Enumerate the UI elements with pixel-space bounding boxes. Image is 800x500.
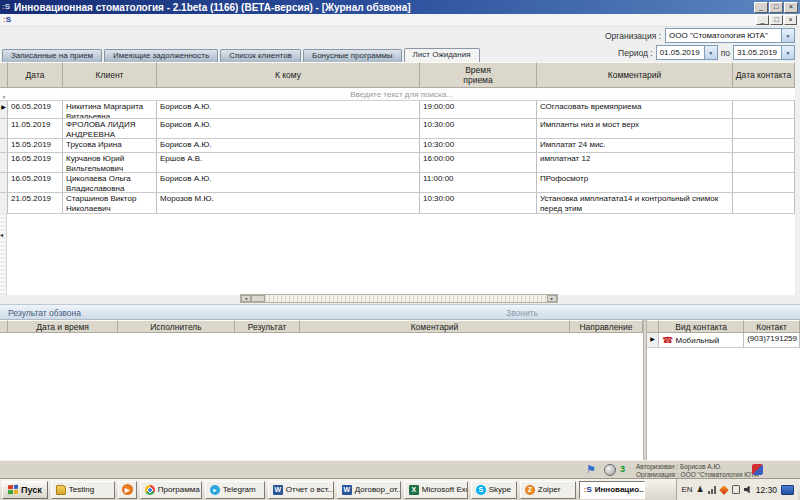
folder-icon [56,485,66,495]
mdi-restore-button[interactable]: □ [770,15,783,25]
grid-header-row: Дата Клиент К кому Время приема Коммента… [0,62,795,88]
cell-client: Трусова Ирина Николаевна [63,139,157,152]
restore-button[interactable]: □ [769,2,783,13]
chevron-down-icon[interactable]: ▼ [704,46,717,59]
period-from-input[interactable]: 01.05.2019 ▼ [656,45,718,60]
scrollbar-track[interactable] [265,295,547,302]
organization-select[interactable]: ООО "Стоматология ЮТА" ▼ [665,28,795,43]
network-tray-icon[interactable] [781,485,794,495]
grid-search-row[interactable]: ▼ Введите текст для поиска... [0,88,795,101]
table-row[interactable]: ▶ ☎Мобильный (903)7191259 [647,333,800,348]
tab-debtors[interactable]: Имеющие задолженность [104,49,218,62]
cell-contact-type: ☎Мобильный [659,333,744,347]
taskbar-item-telegram[interactable]: ▸ Telegram [205,481,265,499]
column-header-to-whom[interactable]: К кому [157,62,420,88]
table-row[interactable]: 16.05.2019 Циколаева Ольга Владиславовна… [0,173,795,193]
table-row[interactable]: 15.05.2019 Трусова Ирина Николаевна Бори… [0,139,795,153]
column-header-comment[interactable]: Комментарий [537,62,733,88]
column-header-contact-date[interactable]: Дата контакта [733,62,795,88]
table-row[interactable]: ▶ 06.05.2019 Никитина Маргарита Витальев… [0,101,795,119]
chevron-down-icon[interactable]: ▼ [781,46,794,59]
taskbar-item-word-report[interactable]: W Отчет о вст... [268,481,334,499]
call-result-grid: Дата и время Исполнитель Результат Комен… [0,320,643,460]
organization-text: Организация : ООО "Стоматология ЮТА" [636,471,761,478]
period-row: Период : 01.05.2019 ▼ по 31.05.2019 ▼ [618,45,795,60]
minimize-button[interactable]: _ [754,2,768,13]
cell-comment: Импланты низ и мост верх [537,119,733,138]
cell-client: Циколаева Ольга Владиславовна [63,173,157,192]
column-header-direction[interactable]: Направление [570,320,643,333]
column-header-executor[interactable]: Исполнитель [118,320,235,333]
close-button[interactable]: × [784,2,798,13]
volume-icon[interactable] [744,486,752,494]
row-indicator-icon: ▶ [647,333,659,347]
cell-time: 10:30:00 [420,119,537,138]
column-header-date[interactable]: Дата [8,62,63,88]
quick-launch-button[interactable]: ▶ [118,481,137,499]
taskbar-item-zoiper[interactable]: Z Zoiper [520,481,576,499]
tab-clients[interactable]: Список клиентов [220,49,301,62]
column-header-result[interactable]: Результат [235,320,300,333]
app-icon: :S [584,486,592,494]
taskbar-item-testing[interactable]: Testing [51,481,115,499]
row-indicator-icon: ▶ [0,101,8,118]
column-header-contact-type[interactable]: Вид контакта [659,320,744,333]
start-button[interactable]: Пуск [2,481,48,499]
panel-splitter[interactable]: ◂ [0,213,7,295]
cell-comment: Установка имплнатата14 и контрольный сни… [537,193,733,213]
bottom-panels: Дата и время Исполнитель Результат Комен… [0,320,800,460]
call-button[interactable]: Звонить [506,308,538,318]
chevron-down-icon[interactable]: ▼ [781,29,794,42]
column-header-contact[interactable]: Контакт [744,320,800,333]
flag-icon[interactable]: ⚑ [586,463,596,476]
taskbar-item-skype[interactable]: S Skype [471,481,517,499]
status-texts: Авторизован : Борисов А.Ю. Организация :… [636,463,761,478]
table-row[interactable]: 11.05.2019 ФРОЛОВА ЛИДИЯ АНДРЕЕВНА Борис… [0,119,795,139]
tab-appointments[interactable]: Записанные на прием [2,49,102,62]
table-row[interactable]: 21.05.2019 Старшинов Виктор Николаевич М… [0,193,795,214]
app-icon: :S [2,3,10,11]
period-to-input[interactable]: 31.05.2019 ▼ [733,45,795,60]
search-input[interactable]: Введите текст для поиска... [8,90,795,99]
scrollbar-thumb[interactable] [251,295,265,302]
call-result-title: Результат обзвона [8,308,81,318]
column-header-datetime[interactable]: Дата и время [8,320,118,333]
tab-bonus-programs[interactable]: Бонусные программы [303,49,402,62]
phone-icon: ☎ [662,334,673,347]
taskbar-item-excel[interactable]: X Microsoft Exc... [404,481,468,499]
status-badge: 3 [620,464,625,474]
mdi-close-button[interactable]: × [784,15,797,25]
taskbar-item-app-active[interactable]: :S Инновацио... [579,481,645,499]
notification-icon[interactable] [752,464,763,475]
antivirus-icon[interactable] [719,485,729,495]
horizontal-scrollbar[interactable]: ◄ ► [240,294,558,303]
taskbar-item-browser[interactable]: Программа д... [140,481,202,499]
scroll-right-icon[interactable]: ► [547,295,557,302]
cell-to-whom: Ершов А.В. [157,153,420,172]
zoiper-icon: Z [525,485,535,495]
taskbar-item-word-contract[interactable]: W Договор_от... [337,481,401,499]
cell-date: 15.05.2019 [8,139,63,152]
table-row[interactable]: 16.05.2019 Курчанов Юрий Вильгельмович Е… [0,153,795,173]
language-indicator[interactable]: EN [681,485,692,494]
column-header-client[interactable]: Клиент [63,62,157,88]
clock[interactable]: 12:30 [756,485,777,495]
signal-icon[interactable] [708,486,716,494]
cell-contact-date [733,153,795,172]
clipboard-icon[interactable] [732,485,740,494]
tab-waiting-list[interactable]: Лист Ожидания [404,48,480,62]
column-header-time[interactable]: Время приема [420,62,537,88]
contacts-grid: Вид контакта Контакт ▶ ☎Мобильный (903)7… [647,320,800,460]
cell-contact-date [733,101,795,118]
tray-person-icon[interactable]: ♟ [697,486,704,494]
column-header-comment[interactable]: Коментарий [300,320,570,333]
mdi-minimize-button[interactable]: _ [756,15,769,25]
cell-contact-date [733,173,795,192]
cell-date: 16.05.2019 [8,173,63,192]
system-tray: EN ♟ 12:30 [676,479,798,500]
word-icon: W [342,485,352,495]
scroll-left-icon[interactable]: ◄ [241,295,251,302]
grid-header-row: Вид контакта Контакт [647,320,800,333]
call-result-header: Результат обзвона Звонить [0,304,800,320]
mdi-bar: :S _ □ × [0,14,800,27]
